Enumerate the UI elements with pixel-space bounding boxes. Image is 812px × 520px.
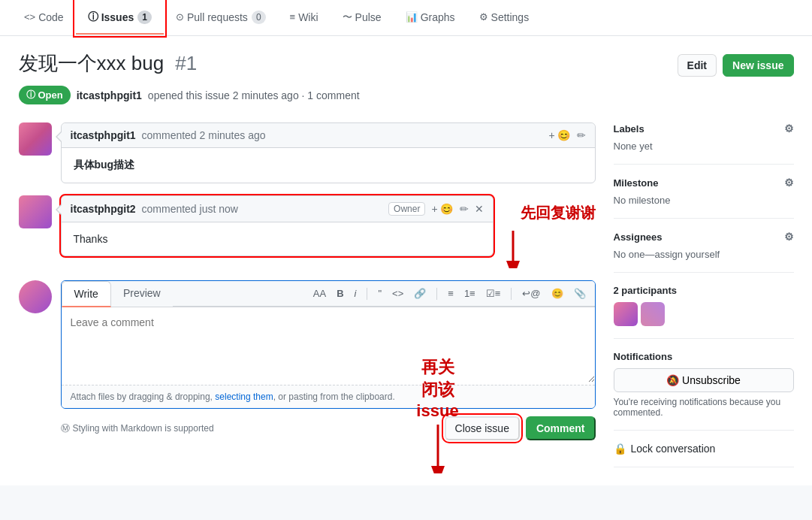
assignees-value: No one—assign yourself — [614, 249, 794, 260]
issue-meta: ⓘ Open itcastphpgit1 opened this issue 2… — [19, 86, 794, 104]
toolbar-code[interactable]: <> — [389, 286, 406, 301]
issue-header: 发现一个xxx bug #1 Edit New issue — [19, 51, 794, 77]
unsubscribe-button[interactable]: 🔕 Unsubscribe — [614, 368, 794, 392]
assignees-gear-icon[interactable]: ⚙ — [784, 231, 794, 243]
toolbar-heading[interactable]: AA — [310, 286, 329, 301]
toolbar-bold[interactable]: B — [334, 286, 346, 301]
wiki-icon: ≡ — [290, 11, 296, 23]
avatar-compose — [19, 280, 52, 313]
annotation-arrow-2 — [415, 421, 460, 473]
comment-box-1: itcastphpgit1 commented 2 minutes ago + … — [61, 122, 596, 183]
annotation-first: 先回复谢谢 — [506, 195, 596, 268]
close-icon-2[interactable]: ✕ — [475, 203, 484, 215]
sidebar-labels: Labels ⚙ None yet — [614, 122, 794, 165]
markdown-note: Ⓜ Styling with Markdown is supported — [61, 422, 214, 435]
graphs-icon: 📊 — [406, 11, 418, 23]
comment-2-with-avatar: itcastphpgit2 commented just now Owner +… — [19, 195, 494, 256]
comment-header-2: itcastphpgit2 commented just now Owner +… — [62, 196, 493, 222]
tab-pull-requests[interactable]: ⊙ Pull requests 0 — [164, 2, 278, 35]
milestone-gear-icon[interactable]: ⚙ — [784, 177, 794, 189]
annotation-second: 再关闭该issue — [415, 356, 460, 473]
milestone-value: No milestone — [614, 195, 794, 206]
compose-tabs: Write Preview AA B i " <> 🔗 — [62, 281, 595, 307]
tab-pulse[interactable]: 〜 Pulse — [331, 2, 394, 35]
participant-avatar-2 — [641, 302, 665, 326]
emoji-icon-2[interactable]: + 😊 — [431, 203, 453, 215]
toolbar-italic[interactable]: i — [352, 286, 360, 301]
sidebar-participants: 2 participants — [614, 273, 794, 339]
code-icon: <> — [24, 11, 35, 23]
main-column: itcastphpgit1 commented 2 minutes ago + … — [19, 122, 596, 467]
notifications-title: Notifications — [614, 351, 794, 362]
action-buttons: 再关闭该issue Close — [445, 416, 596, 440]
toolbar-emoji[interactable]: 😊 — [548, 286, 566, 301]
lock-conversation-link[interactable]: 🔒 Lock conversation — [614, 443, 794, 455]
labels-title: Labels ⚙ — [614, 122, 794, 135]
toolbar-quote[interactable]: " — [375, 286, 385, 301]
compose-actions: Ⓜ Styling with Markdown is supported 再关闭… — [61, 416, 596, 440]
open-badge: ⓘ Open — [19, 86, 71, 104]
comment-header-1: itcastphpgit1 commented 2 minutes ago + … — [62, 123, 595, 148]
toolbar-sep-1 — [367, 288, 367, 300]
issues-icon: ⓘ — [88, 11, 98, 24]
markdown-icon: Ⓜ — [61, 422, 70, 435]
tab-graphs[interactable]: 📊 Graphs — [394, 2, 467, 34]
comment-author-1: itcastphpgit1 commented 2 minutes ago — [71, 129, 266, 141]
comment-body-2: Thanks — [62, 222, 493, 255]
toolbar-sep-2 — [436, 288, 437, 300]
toolbar-link[interactable]: 🔗 — [411, 286, 429, 301]
tab-issues[interactable]: ⓘ Issues 1 — [76, 2, 164, 35]
comment-1: itcastphpgit1 commented 2 minutes ago + … — [19, 122, 596, 183]
sidebar-assignees: Assignees ⚙ No one—assign yourself — [614, 219, 794, 273]
labels-gear-icon[interactable]: ⚙ — [784, 122, 794, 135]
compose-column: Write Preview AA B i " <> 🔗 — [61, 280, 596, 440]
owner-badge: Owner — [388, 202, 425, 216]
preview-tab[interactable]: Preview — [111, 281, 173, 307]
compose-textarea[interactable] — [62, 307, 595, 382]
toolbar-mention[interactable]: ↩@ — [519, 286, 543, 301]
sidebar-lock: 🔒 Lock conversation — [614, 431, 794, 467]
compose-footer-attach: Attach files by dragging & dropping, sel… — [62, 385, 595, 408]
edit-icon-2[interactable]: ✏ — [460, 203, 469, 215]
sidebar: Labels ⚙ None yet Milestone ⚙ No milesto… — [614, 122, 794, 467]
toolbar-attach[interactable]: 📎 — [571, 286, 589, 301]
annotation-arrow-1 — [506, 223, 551, 268]
lock-icon: 🔒 — [614, 443, 626, 455]
toolbar-sep-3 — [511, 288, 512, 300]
compose-box: Write Preview AA B i " <> 🔗 — [61, 280, 596, 409]
comment-box-2: itcastphpgit2 commented just now Owner +… — [61, 195, 494, 256]
toolbar-list-ol[interactable]: 1≡ — [461, 286, 478, 301]
pr-icon: ⊙ — [176, 11, 184, 23]
open-icon: ⓘ — [26, 89, 35, 101]
comment-author-2: itcastphpgit2 commented just now — [71, 203, 238, 215]
avatar-1 — [19, 122, 52, 156]
new-issue-button[interactable]: New issue — [723, 54, 793, 77]
issue-meta-text: opened this issue 2 minutes ago · 1 comm… — [148, 89, 360, 101]
toolbar-list-ul[interactable]: ≡ — [445, 286, 457, 301]
write-tab[interactable]: Write — [62, 281, 111, 307]
issue-author: itcastphpgit1 — [77, 89, 142, 101]
emoji-icon-1[interactable]: + 😊 — [548, 129, 570, 141]
issue-title: 发现一个xxx bug #1 — [19, 51, 198, 77]
edit-icon-1[interactable]: ✏ — [577, 129, 586, 141]
edit-button[interactable]: Edit — [678, 54, 717, 77]
assignees-title: Assignees ⚙ — [614, 231, 794, 243]
sidebar-notifications: Notifications 🔕 Unsubscribe You're recei… — [614, 339, 794, 431]
comment-actions-1: + 😊 ✏ — [548, 129, 585, 141]
milestone-title: Milestone ⚙ — [614, 177, 794, 189]
tab-settings[interactable]: ⚙ Settings — [467, 2, 542, 34]
pulse-icon: 〜 — [343, 11, 352, 24]
selecting-link[interactable]: selecting them — [215, 392, 273, 402]
tab-wiki[interactable]: ≡ Wiki — [278, 2, 331, 34]
labels-value: None yet — [614, 141, 794, 152]
top-navigation: <> Code ⓘ Issues 1 ⊙ Pull requests 0 ≡ W… — [0, 0, 812, 36]
settings-icon: ⚙ — [479, 11, 488, 23]
issue-header-actions: Edit New issue — [678, 54, 794, 77]
notif-description: You're receiving notifications because y… — [614, 397, 794, 418]
toolbar-task-list[interactable]: ☑≡ — [483, 286, 504, 301]
compose-toolbar: AA B i " <> 🔗 ≡ 1≡ ☑≡ — [173, 281, 595, 307]
tab-code[interactable]: <> Code — [12, 2, 76, 34]
comment-button[interactable]: Comment — [526, 416, 596, 440]
participant-avatar-1 — [614, 302, 638, 326]
comment-2-row: itcastphpgit2 commented just now Owner +… — [19, 195, 596, 268]
